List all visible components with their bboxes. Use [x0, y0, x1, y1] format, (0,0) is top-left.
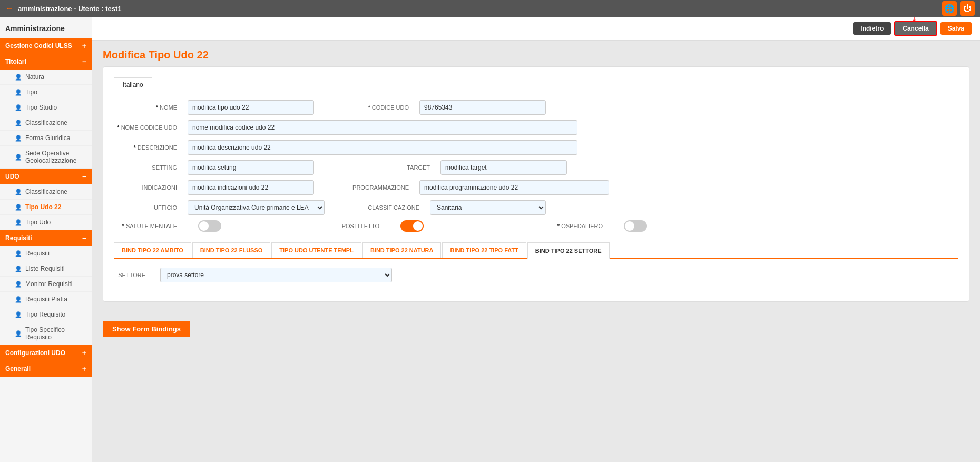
sidebar-item-natura[interactable]: Natura — [0, 70, 92, 85]
tipo-requisito-icon — [15, 311, 22, 318]
requisiti-label: Requisiti — [5, 234, 32, 242]
sidebar-item-tipo-requisito[interactable]: Tipo Requisito — [0, 307, 92, 322]
programmazione-input[interactable] — [419, 180, 609, 195]
form-grid: NOME CODICE UDO NOME CODICE UDO DESCRIZI… — [114, 92, 958, 291]
classificazione-titolari-label: Classificazione — [25, 119, 67, 126]
classificazione-select[interactable]: Sanitaria — [430, 200, 546, 215]
sidebar-section-configurazioni[interactable]: Configurazioni UDO + — [0, 345, 92, 361]
descrizione-label: DESCRIZIONE — [114, 144, 177, 151]
ufficio-select[interactable]: Unità Organizzativa Cure primarie e LEA — [188, 200, 325, 215]
sidebar-item-sede-operative[interactable]: Sede Operative Geolocalizzazione — [0, 146, 92, 169]
sidebar-item-requisiti[interactable]: Requisiti — [0, 246, 92, 261]
nome-input[interactable] — [188, 100, 314, 115]
sidebar-item-tipo[interactable]: Tipo — [0, 85, 92, 100]
page-title-bar: Modifica Tipo Udo 22 — [92, 41, 980, 66]
sidebar-section-generali[interactable]: Generali + — [0, 361, 92, 377]
sidebar-section-udo[interactable]: UDO − — [0, 169, 92, 184]
indicazioni-label: INDICAZIONI — [114, 184, 177, 191]
target-label: TARGET — [367, 164, 430, 171]
tipo-user-icon — [15, 89, 22, 96]
tipo-udo-icon — [15, 219, 22, 226]
natura-user-icon — [15, 73, 22, 81]
tipo-studio-user-icon — [15, 104, 22, 111]
generali-label: Generali — [5, 365, 31, 372]
form-row-descrizione: DESCRIZIONE — [114, 140, 958, 155]
settore-select[interactable]: prova settore — [160, 268, 392, 282]
monitor-requisiti-label: Monitor Requisiti — [25, 280, 72, 288]
bind-tabs-container: BIND TIPO 22 AMBITO BIND TIPO 22 FLUSSO … — [114, 242, 958, 259]
sidebar-item-tipo-udo[interactable]: Tipo Udo — [0, 215, 92, 230]
sidebar-item-classificazione-titolari[interactable]: Classificazione — [0, 115, 92, 131]
back-button[interactable]: Indietro — [853, 22, 891, 35]
bind-tab-natura[interactable]: BIND TIPO 22 NATURA — [362, 242, 442, 258]
sidebar-item-tipo-studio[interactable]: Tipo Studio — [0, 100, 92, 115]
settore-label: SETTORE — [114, 272, 145, 278]
sidebar-item-liste-requisiti[interactable]: Liste Requisiti — [0, 261, 92, 277]
gestione-toggle-icon: + — [82, 42, 86, 50]
lang-tab-italiano[interactable]: Italiano — [114, 77, 152, 92]
udo-toggle-icon: − — [82, 172, 86, 181]
sidebar-item-monitor-requisiti[interactable]: Monitor Requisiti — [0, 277, 92, 292]
tipo-specifico-label: Tipo Specifico Requisito — [25, 326, 86, 341]
app-title: amministrazione - Utente : test1 — [18, 5, 122, 13]
bind-tab-settore[interactable]: BIND TIPO 22 SETTORE — [527, 242, 610, 259]
ospedaliero-toggle[interactable] — [624, 220, 647, 232]
configurazioni-toggle-icon: + — [82, 349, 86, 357]
bind-tab-utente-templ[interactable]: TIPO UDO UTENTE TEMPL — [271, 242, 361, 258]
main-content: ↓ Indietro Cancella Salva Modifica Tipo … — [92, 17, 980, 462]
descrizione-input[interactable] — [188, 140, 577, 155]
target-input[interactable] — [440, 160, 567, 175]
salute-mentale-toggle[interactable] — [198, 220, 221, 232]
power-button[interactable]: ⏻ — [960, 1, 975, 16]
posti-letto-toggle[interactable] — [400, 220, 424, 232]
action-bar: ↓ Indietro Cancella Salva — [92, 17, 980, 41]
top-bar-right: 🌐 ⏻ — [942, 1, 975, 16]
nome-codice-udo-input[interactable] — [188, 120, 577, 135]
tipo-udo-22-label: Tipo Udo 22 — [25, 203, 61, 211]
tipo-label: Tipo — [25, 89, 37, 96]
bind-tab-tipo-fatt[interactable]: BIND TIPO 22 TIPO FATT — [442, 242, 526, 258]
nome-codice-udo-label: NOME CODICE UDO — [114, 124, 177, 131]
posti-letto-label: POSTI LETTO — [316, 223, 379, 229]
requisiti-toggle-icon: − — [82, 234, 86, 242]
bind-settore-content: SETTORE prova settore — [114, 259, 958, 291]
show-form-bindings-button[interactable]: Show Form Bindings — [103, 321, 190, 337]
sidebar-section-gestione[interactable]: Gestione Codici ULSS + — [0, 38, 92, 54]
sidebar-section-requisiti[interactable]: Requisiti − — [0, 230, 92, 246]
nome-label: NOME — [114, 104, 177, 111]
lang-tab-container: Italiano — [114, 77, 958, 92]
red-arrow-indicator: ↓ — [912, 17, 917, 24]
save-button[interactable]: Salva — [940, 22, 972, 35]
classificazione-udo-icon — [15, 188, 22, 195]
sidebar-item-forma-giuridica[interactable]: Forma Giuridica — [0, 131, 92, 146]
setting-label: SETTING — [114, 164, 177, 171]
sidebar-item-classificazione-udo[interactable]: Classificazione — [0, 184, 92, 200]
configurazioni-label: Configurazioni UDO — [5, 349, 65, 357]
codice-udo-input[interactable] — [419, 100, 546, 115]
classificazione-titolari-icon — [15, 119, 22, 126]
requisiti-piatta-icon — [15, 296, 22, 303]
forma-giuridica-icon — [15, 134, 22, 142]
indicazioni-input[interactable] — [188, 180, 314, 195]
bind-tab-ambito[interactable]: BIND TIPO 22 AMBITO — [114, 242, 191, 258]
classificazione-label: CLASSIFICAZIONE — [356, 204, 419, 211]
form-row-toggles: SALUTE MENTALE POSTI LETTO OSPEDALIERO — [114, 220, 958, 232]
form-row-indicazioni: INDICAZIONI PROGRAMMAZIONE — [114, 180, 958, 195]
form-row-nome-codice: NOME CODICE UDO — [114, 120, 958, 135]
globe-button[interactable]: 🌐 — [942, 1, 957, 16]
sidebar-item-tipo-udo-22[interactable]: Tipo Udo 22 — [0, 200, 92, 215]
generali-toggle-icon: + — [82, 365, 86, 373]
programmazione-label: PROGRAMMAZIONE — [346, 184, 409, 191]
classificazione-udo-label: Classificazione — [25, 188, 67, 195]
setting-input[interactable] — [188, 160, 314, 175]
form-row-ufficio: UFFICIO Unità Organizzativa Cure primari… — [114, 200, 958, 215]
back-arrow-icon: ← — [5, 4, 14, 13]
bind-tab-flusso[interactable]: BIND TIPO 22 FLUSSO — [192, 242, 271, 258]
sidebar-section-titolari[interactable]: Titolari − — [0, 54, 92, 70]
sidebar-item-requisiti-piatta[interactable]: Requisiti Piatta — [0, 292, 92, 307]
page-title: Modifica Tipo Udo 22 — [103, 49, 969, 61]
form-row-setting: SETTING TARGET — [114, 160, 958, 175]
sidebar-item-tipo-specifico-requisito[interactable]: Tipo Specifico Requisito — [0, 322, 92, 345]
sidebar-admin-title: Amministrazione — [0, 17, 92, 38]
tipo-studio-label: Tipo Studio — [25, 104, 57, 111]
